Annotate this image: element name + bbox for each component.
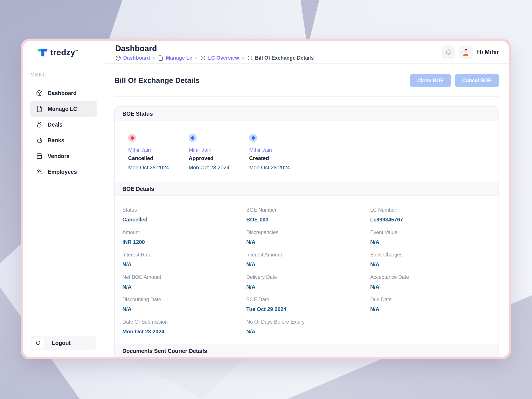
breadcrumb-label: LC Overview [208, 55, 239, 61]
boe-section: BOE Status Mihir Jain Cancelled Mon Oct … [114, 106, 499, 357]
field-label: Acceptance Date [370, 274, 494, 280]
field-value: N/A [246, 261, 370, 267]
field-label: Bank Charges [370, 252, 494, 258]
avatar [461, 47, 471, 57]
field-label: Date Of Submission [122, 319, 246, 325]
notifications-button[interactable] [442, 45, 455, 59]
field-label: Interest Amount [246, 252, 370, 258]
field-net-boe-amount: Net BOE Amount N/A [122, 274, 246, 290]
step-status: Approved [189, 155, 249, 161]
sidebar-item-deals[interactable]: Deals [30, 117, 97, 133]
boe-details-title: Bill Of Exchange Details [114, 76, 200, 85]
step-status: Created [249, 155, 310, 161]
field-value: N/A [370, 306, 494, 312]
sidebar: tredzy™ MENU Dashboard Manage LC Deals B… [23, 41, 104, 357]
boe-details-header: BOE Details [115, 182, 499, 196]
trademark: ™ [75, 49, 78, 53]
timeline-dot [249, 134, 257, 142]
plus-circle-icon [247, 55, 253, 61]
profile-avatar-button[interactable] [459, 45, 473, 59]
field-label: Event Value [370, 229, 494, 235]
sidebar-item-label: Manage LC [48, 106, 77, 112]
breadcrumb-label: Manage Lc [166, 55, 192, 61]
main-content: Dashboard Dashboard › Manage Lc › LC Ove… [105, 41, 509, 357]
sidebar-item-employees[interactable]: Employees [30, 164, 97, 180]
sidebar-item-manage-lc[interactable]: Manage LC [30, 101, 97, 117]
brand-logo: tredzy™ [23, 41, 104, 64]
user-greeting: Hi Mihir [477, 49, 499, 56]
field-label: Interest Rate [122, 252, 246, 258]
step-status: Cancelled [128, 155, 189, 161]
field-value: N/A [246, 239, 370, 245]
breadcrumb-dashboard[interactable]: Dashboard [115, 55, 150, 61]
field-status: Status Cancelled [122, 207, 246, 223]
breadcrumb-label: Dashboard [123, 55, 150, 61]
sidebar-item-vendors[interactable]: Vendors [30, 148, 97, 164]
field-event-value: Event Value N/A [370, 229, 494, 245]
field-days-before-expiry: No Of Days Before Expiry N/A [246, 319, 370, 335]
sidebar-item-label: Employees [48, 169, 77, 175]
field-value: Mon Oct 28 2024 [122, 329, 246, 335]
step-date: Mon Oct 28 2024 [189, 165, 249, 171]
field-label: No Of Days Before Expiry [246, 319, 370, 325]
field-label: Status [122, 207, 246, 213]
field-value: N/A [246, 329, 370, 335]
sidebar-nav: Dashboard Manage LC Deals Banks Vendors … [23, 85, 104, 180]
field-discounting-date: Discounting Date N/A [122, 297, 246, 312]
field-value: INR 1200 [122, 239, 246, 245]
field-due-date: Due Date N/A [370, 297, 494, 312]
field-value: Lc899345767 [370, 216, 494, 223]
topbar: Dashboard Dashboard › Manage Lc › LC Ove… [105, 41, 509, 64]
divider [114, 96, 499, 97]
breadcrumb: Dashboard › Manage Lc › LC Overview › [115, 55, 314, 61]
field-boe-number: BOE Number BOE-003 [246, 207, 370, 223]
field-value: N/A [246, 284, 370, 290]
field-label: BOE Number [246, 207, 370, 213]
field-label: LC Number [370, 207, 494, 213]
money-bag-icon [36, 121, 43, 128]
field-value: Tue Oct 29 2024 [246, 306, 370, 312]
field-value: N/A [122, 306, 246, 312]
field-value: N/A [122, 284, 246, 290]
sidebar-item-label: Dashboard [48, 90, 77, 96]
sidebar-item-label: Deals [48, 121, 63, 128]
field-bank-charges: Bank Charges N/A [370, 252, 494, 267]
sidebar-item-label: Vendors [48, 153, 70, 159]
close-boe-button[interactable]: Close BOE [410, 74, 451, 87]
field-label: Discrepancies [246, 229, 370, 235]
page-header: Bill Of Exchange Details Close BOE Cance… [105, 74, 509, 97]
field-interest-rate: Interest Rate N/A [122, 252, 246, 267]
divider [30, 64, 98, 64]
field-lc-number: LC Number Lc899345767 [370, 207, 494, 223]
field-boe-date: BOE Date Tue Oct 29 2024 [246, 297, 370, 312]
logout-button[interactable]: Logout [31, 336, 96, 350]
breadcrumb-separator: › [195, 55, 197, 61]
courier-details-header: Documents Sent Courier Details [115, 344, 499, 357]
file-icon [158, 55, 164, 61]
step-actor: Mihir Jain [128, 147, 189, 153]
field-amount: Amount INR 1200 [122, 229, 246, 245]
breadcrumb-manage-lc[interactable]: Manage Lc [158, 55, 192, 61]
power-icon [35, 340, 41, 346]
breadcrumb-current: Bill Of Exchange Details [247, 55, 314, 61]
breadcrumb-lc-overview[interactable]: LC Overview [200, 55, 239, 61]
target-icon [200, 55, 206, 61]
power-icon-box [32, 337, 44, 349]
cancel-boe-button[interactable]: Cancel BOE [455, 74, 499, 87]
sidebar-item-banks[interactable]: Banks [30, 133, 97, 148]
timeline-connector [139, 138, 186, 138]
cube-icon [36, 90, 43, 97]
cube-icon [115, 55, 121, 61]
boe-status-header: BOE Status [115, 107, 499, 121]
page-title: Dashboard [115, 44, 314, 53]
field-value: N/A [122, 261, 246, 267]
field-discrepancies: Discrepancies N/A [246, 229, 370, 245]
logout-label: Logout [52, 340, 71, 346]
sidebar-item-dashboard[interactable]: Dashboard [30, 85, 97, 101]
bell-icon [445, 49, 452, 56]
field-label: Amount [122, 229, 246, 235]
timeline-step-approved: Mihir Jain Approved Mon Oct 28 2024 [189, 134, 249, 171]
menu-section-label: MENU [30, 72, 104, 78]
brand-name: tredzy™ [50, 48, 78, 57]
field-value: N/A [370, 239, 494, 245]
